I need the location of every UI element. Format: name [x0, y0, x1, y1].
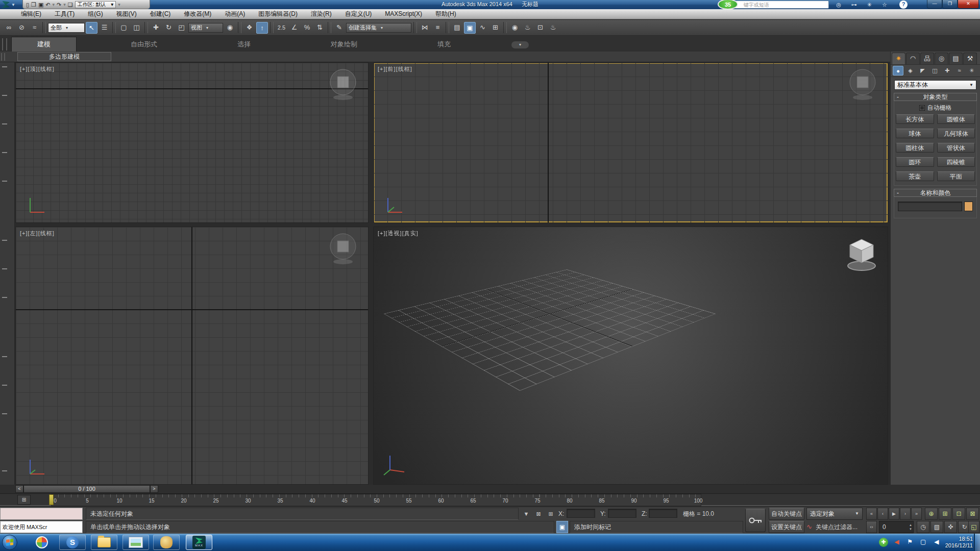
taskbar-item-explorer[interactable] [91, 535, 117, 550]
cone-button[interactable]: 圆锥体 [937, 114, 975, 124]
current-frame-marker[interactable] [49, 494, 54, 505]
geosphere-button[interactable]: 几何球体 [937, 129, 975, 138]
taskbar-item-3dsmax[interactable]: MAX [186, 535, 212, 550]
selection-lock-icon[interactable]: ⊠ [534, 508, 543, 520]
set-keys-button[interactable] [745, 509, 766, 532]
subtab-lights[interactable]: ◤ [917, 66, 928, 76]
pin-icon[interactable]: ▼ [522, 508, 531, 520]
menu-graph-editors[interactable]: 图形编辑器(D) [252, 9, 304, 19]
tab-utilities[interactable]: ⚒ [963, 53, 977, 64]
go-to-start-button[interactable]: « [866, 508, 877, 520]
render-setup-icon[interactable]: ♨ [522, 22, 533, 34]
close-button[interactable]: ✕ [958, 0, 979, 9]
favorites-star-icon[interactable]: ☆ [878, 0, 891, 9]
menu-edit[interactable]: 编辑(E) [14, 9, 48, 19]
communication-center-icon[interactable]: ✳ [863, 0, 876, 9]
align-icon[interactable]: ≡ [432, 22, 444, 34]
object-type-rollout-header[interactable]: - 对象类型 [894, 93, 977, 101]
plane-button[interactable]: 平面 [937, 171, 975, 181]
mini-curve-editor-toggle[interactable]: ⊞ [17, 495, 31, 505]
rectangular-selection-region-icon[interactable]: ▢ [118, 22, 130, 34]
show-desktop-button[interactable] [974, 534, 980, 551]
viewport-front[interactable]: [+][前][线框] [373, 62, 888, 223]
default-in-out-tangent-icon[interactable]: ∿ [806, 521, 814, 533]
key-mode-toggle-button[interactable]: ‹› [866, 521, 877, 533]
viewport-top-label[interactable]: [+][顶][线框] [20, 65, 55, 73]
taskbar-item-app[interactable] [153, 535, 180, 550]
angle-snap-icon[interactable]: ∠ [288, 22, 300, 34]
key-mode-dropdown[interactable]: 选定对象▼ [806, 508, 863, 520]
ribbon-grip[interactable] [1, 53, 5, 61]
window-crossing-icon[interactable]: ◫ [131, 22, 142, 34]
menu-help[interactable]: 帮助(H) [429, 9, 463, 19]
infocenter-search-input[interactable]: 键字或短语 [727, 1, 829, 9]
tab-hierarchy[interactable]: 品 [920, 53, 934, 64]
name-color-rollout-header[interactable]: - 名称和颜色 [894, 189, 977, 197]
manage-layers-icon[interactable]: ▤ [451, 22, 463, 34]
menu-create[interactable]: 创建(C) [143, 9, 178, 19]
viewport-perspective[interactable]: [+][透视][真实] [373, 227, 888, 485]
select-and-rotate-icon[interactable]: ↻ [163, 22, 175, 34]
subtab-systems[interactable]: ✳ [966, 66, 977, 76]
help-icon[interactable]: ? [899, 1, 908, 9]
sign-in-key-icon[interactable]: ⊶ [847, 0, 861, 9]
subtab-helpers[interactable]: ✚ [942, 66, 952, 76]
taskbar-item-sogou[interactable]: S [59, 535, 86, 550]
rendered-frame-window-icon[interactable]: ⊡ [534, 22, 546, 34]
maxscript-listener-caption[interactable]: 欢迎使用 MAXScr [0, 521, 83, 533]
viewcube[interactable] [845, 236, 878, 273]
x-coordinate-field[interactable] [567, 509, 595, 518]
taskbar-item-photo-viewer[interactable] [122, 535, 149, 550]
primitive-category-dropdown[interactable]: 标准基本体 ▼ [894, 80, 976, 90]
zoom-region-icon[interactable]: ▧ [930, 521, 943, 533]
search-icon[interactable]: ◎ [832, 0, 845, 9]
set-key-button[interactable]: 设置关键点 [769, 521, 804, 533]
curve-editor-icon[interactable]: ∿ [477, 22, 488, 34]
track-bar[interactable]: ⊞ 05 1015 2025 3035 4045 5055 6065 7075 … [0, 494, 980, 506]
ribbon-grip[interactable] [2, 38, 7, 51]
time-slider-button[interactable]: 0 / 100 [23, 485, 150, 493]
unlink-selection-icon[interactable]: ⊘ [16, 22, 28, 34]
tab-motion[interactable]: ◎ [935, 53, 948, 64]
tray-action-center-flag-icon[interactable]: ⚑ [905, 538, 915, 547]
zoom-extents-icon[interactable]: ⊡ [952, 508, 965, 520]
maximize-button[interactable]: ❐ [942, 0, 958, 9]
zoom-icon[interactable]: ⊕ [925, 508, 938, 520]
maxscript-listener-top[interactable] [0, 508, 83, 520]
material-editor-icon[interactable]: ◉ [509, 22, 521, 34]
frame-spinner[interactable]: ▲▼ [909, 523, 912, 531]
ribbon-tab-selection[interactable]: 选择 [211, 37, 277, 52]
schematic-view-icon[interactable]: ⊞ [489, 22, 501, 34]
viewport-perspective-label[interactable]: [+][透视][真实] [378, 230, 419, 237]
bind-to-space-warp-icon[interactable]: ≈ [29, 22, 40, 34]
autogrid-checkbox[interactable] [919, 105, 925, 111]
play-button[interactable]: ▶ [889, 508, 899, 520]
menu-modifiers[interactable]: 修改器(M) [177, 9, 218, 19]
viewport-left[interactable]: [+][左][线框] [15, 227, 369, 485]
torus-button[interactable]: 圆环 [896, 157, 934, 167]
ribbon-tab-modeling[interactable]: 建模 [11, 37, 77, 52]
select-and-move-icon[interactable]: ✚ [150, 22, 162, 34]
select-by-name-icon[interactable]: ☰ [99, 22, 110, 34]
menu-views[interactable]: 视图(V) [110, 9, 143, 19]
object-color-swatch[interactable] [964, 202, 973, 211]
viewport-left-label[interactable]: [+][左][线框] [20, 230, 55, 237]
subtab-cameras[interactable]: ◫ [929, 66, 940, 76]
tray-360-safe-icon[interactable]: ✚ [879, 538, 888, 547]
absolute-offset-toggle-icon[interactable]: ⊞ [546, 508, 555, 520]
zoom-extents-all-icon[interactable]: ⊠ [966, 508, 979, 520]
select-and-scale-icon[interactable]: ◰ [176, 22, 187, 34]
viewport-front-label[interactable]: [+][前][线框] [378, 65, 412, 73]
keyboard-shortcut-override-icon[interactable]: ↑ [256, 22, 268, 34]
ribbon-tab-freeform[interactable]: 自由形式 [111, 37, 177, 52]
taskbar-item-360-browser[interactable] [29, 535, 55, 550]
edit-named-selection-sets-icon[interactable]: ✎ [333, 22, 345, 34]
viewport-top[interactable]: [+][顶][线框] [15, 62, 369, 223]
time-configuration-icon[interactable]: ◷ [917, 521, 929, 533]
go-to-end-button[interactable]: » [911, 508, 922, 520]
taskbar-clock[interactable]: 18:51 2016/12/11 [945, 536, 973, 549]
menu-rendering[interactable]: 渲染(R) [304, 9, 338, 19]
cylinder-button[interactable]: 圆柱体 [896, 143, 934, 153]
ribbon-minimize-dropdown[interactable]: ▾ [511, 41, 529, 48]
add-time-tag[interactable]: 添加时间标记 [570, 521, 743, 533]
